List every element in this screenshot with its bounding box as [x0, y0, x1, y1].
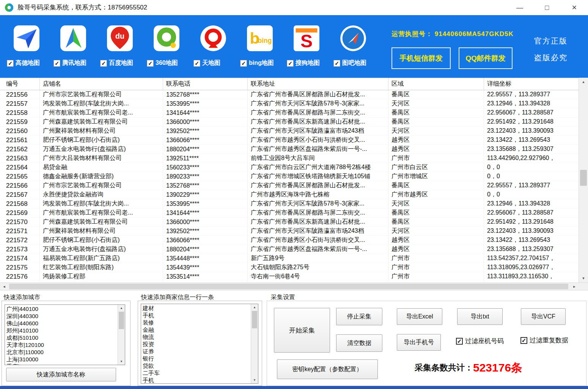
cell-name: 万通五金水电装饰行(盘福路店): [40, 145, 163, 154]
gaode-checkbox[interactable]: ✓: [7, 60, 14, 67]
sogou-checkbox[interactable]: ✓: [287, 60, 294, 67]
table-row[interactable]: 221566广州市宗艺装饰工程有限公司1352768****广东省广州市番禺区屏…: [0, 181, 579, 190]
scroll-up-arrow[interactable]: ▲: [251, 304, 258, 311]
city-list-item[interactable]: 佛山|440600: [6, 320, 116, 327]
vertical-scroll-thumb[interactable]: [580, 170, 587, 186]
map-source-baidu: du✓百度地图: [96, 25, 143, 67]
table-row[interactable]: 221575红艺装饰工程部(朝阳东路)1354439****大石镇朝阳东路275…: [0, 263, 579, 272]
business-list-item[interactable]: 建材: [143, 304, 249, 312]
table-row[interactable]: 221562万通五金水电装饰行(盘福路店)1880204****广东省广州市越秀…: [0, 145, 579, 154]
scroll-right-arrow[interactable]: ►: [570, 283, 579, 290]
city-list-item[interactable]: 郑州|410100: [6, 327, 116, 334]
sms-bulk-button[interactable]: 手机短信群发: [391, 47, 451, 69]
minimize-button[interactable]: —: [506, 0, 533, 15]
table-row[interactable]: 221571广州聚祥装饰材料有限公司1392502****广东省广州市天河区车陂…: [0, 227, 579, 236]
business-list-item[interactable]: 装修: [143, 319, 249, 326]
cell-id: 221566: [3, 181, 40, 190]
scroll-up-arrow[interactable]: ▲: [579, 78, 588, 86]
scroll-down-arrow[interactable]: ▼: [251, 377, 258, 383]
column-header-address[interactable]: 联系地址: [248, 78, 388, 90]
scroll-down-arrow[interactable]: ▼: [118, 358, 125, 365]
filter-landline-checkbox[interactable]: ✓: [456, 338, 463, 345]
table-row[interactable]: 221558广州市航宸装饰工程有限公司老...1341644****广东省广州市…: [0, 108, 579, 118]
table-row[interactable]: 221556广州市宗艺装饰工程有限公司1352768****广东省广州市番禺区屏…: [0, 90, 579, 99]
scroll-up-arrow[interactable]: ▲: [118, 305, 125, 311]
city-list-item[interactable]: 上海|310000: [6, 356, 116, 363]
close-button[interactable]: ×: [561, 0, 588, 15]
clear-data-button[interactable]: 清空数据: [336, 334, 382, 352]
export-phone-button[interactable]: 导出手机号: [397, 334, 441, 351]
export-excel-button[interactable]: 导出Excel: [397, 308, 442, 325]
stop-collect-button[interactable]: 停止采集: [336, 308, 382, 325]
cell-name: 广州森嘉建筑装饰工程有限公司: [40, 118, 163, 126]
table-row[interactable]: 221560广州聚祥装饰材料有限公司1392502****广东省广州市天河区车陂…: [0, 127, 579, 136]
cell-coords: 23.12946，113.394328: [484, 199, 579, 208]
business-list-item[interactable]: 手机: [143, 312, 249, 319]
business-list-item[interactable]: 手机: [143, 376, 249, 383]
export-txt-button[interactable]: 导出txt: [457, 308, 503, 325]
cell-id: 221560: [3, 127, 40, 135]
qq-mail-bulk-button[interactable]: QQ邮件群发: [459, 47, 513, 69]
city-list-item[interactable]: 重庆|500000: [6, 363, 116, 365]
business-list-item[interactable]: 二手车: [143, 369, 249, 376]
table-row[interactable]: 221557鸿发装饰工程部(车陂北街大岗...1353995****广东省广州市…: [0, 99, 579, 108]
tencent-checkbox[interactable]: ✓: [53, 60, 60, 67]
business-list-item[interactable]: 银行: [143, 355, 249, 362]
start-collect-button[interactable]: 开始采集: [274, 308, 330, 353]
map360-checkbox[interactable]: ✓: [147, 60, 154, 67]
business-listbox[interactable]: 建材手机装修金融物流投资证券银行贷款二手车手机 ▲ ▼: [141, 304, 258, 384]
scroll-down-arrow[interactable]: ▼: [579, 274, 588, 282]
table-row[interactable]: 221559广州森嘉建筑装饰工程有限公司1366000****广东省广州市番禺区…: [0, 118, 579, 127]
baidu-checkbox[interactable]: ✓: [100, 60, 107, 67]
table-row[interactable]: 221576鸿扬装修工程部1353514****寺右南一街6巷4号广州市113.…: [0, 272, 579, 281]
city-list-item[interactable]: 深圳|440300: [6, 312, 116, 320]
city-list-item[interactable]: 成都|510100: [6, 334, 116, 341]
horizontal-scroll-thumb[interactable]: [9, 284, 568, 289]
key-config-button[interactable]: 密钥key配置（参数配置）: [277, 359, 378, 379]
filter-duplicate-checkbox[interactable]: ✓: [520, 337, 527, 344]
table-row[interactable]: 221567永胜便捷贷款金融咨询1390229****广州市越秀区海珠中路七株榕…: [0, 190, 579, 199]
table-row[interactable]: 221563广州市大吕装饰材料有限公司1392511****前锋工业园8号大吕车…: [0, 154, 579, 163]
export-vcf-button[interactable]: 导出VCF: [521, 308, 566, 325]
table-row[interactable]: 221573万通五金水电装饰行(盘福路店)1880204****广东省广州市越秀…: [0, 245, 579, 254]
business-scroll-thumb[interactable]: [252, 311, 257, 328]
sogou-check-row: ✓搜狗地图: [287, 59, 330, 67]
column-header-coords[interactable]: 详细坐标: [484, 78, 579, 90]
business-list-item[interactable]: 投资: [143, 340, 249, 348]
column-header-name[interactable]: 店铺名: [40, 78, 163, 90]
maximize-button[interactable]: □: [533, 0, 561, 15]
settings-group-title: 采集设置: [270, 293, 296, 301]
table-row[interactable]: 221568鸿发装饰工程部(车陂北街大岗...1353995****广东省广州市…: [0, 199, 579, 209]
tuba-checkbox[interactable]: ✓: [333, 60, 340, 67]
column-header-phone[interactable]: 联系电话: [163, 78, 248, 90]
city-listbox[interactable]: 广州|440100深圳|440300佛山|440600郑州|410100成都|5…: [5, 304, 125, 365]
city-list-item[interactable]: 天津市|120100: [6, 341, 116, 348]
baidu-label: 百度地图: [109, 59, 133, 67]
city-list-item[interactable]: 广州|440100: [6, 305, 116, 312]
table-row[interactable]: 221574福易装饰工程部(新广五路店)1354448****新广五路9号广州市…: [0, 254, 579, 263]
cell-region: 广州市: [388, 154, 484, 163]
business-list-item[interactable]: 证券: [143, 348, 249, 355]
table-row[interactable]: 221570广州森嘉建筑装饰工程有限公司1366000****广东省广州市番禺区…: [0, 218, 579, 227]
scroll-left-arrow[interactable]: ◄: [0, 283, 8, 290]
business-list-item[interactable]: 贷款: [143, 362, 249, 369]
add-city-button[interactable]: 快速添加城市名称: [6, 368, 116, 381]
table-row[interactable]: 221565德鑫金融服务(新塘营业部)1890233****广东省广州市增城区铁…: [0, 172, 579, 181]
city-scroll-thumb[interactable]: [119, 312, 124, 329]
cell-id: 221563: [3, 154, 40, 163]
table-row[interactable]: 221569广州市航宸装饰工程有限公司老...1341644****广东省广州市…: [0, 209, 579, 218]
business-list-item[interactable]: 物流: [143, 333, 249, 340]
cell-name: 广州聚祥装饰材料有限公司: [40, 227, 163, 235]
cell-phone: 1392502****: [163, 227, 248, 235]
table-row[interactable]: 221572肥仔不锈钢工程部(小石街店)1366066****广东省广州市越秀区…: [0, 236, 579, 245]
business-list-item[interactable]: 金融: [143, 326, 249, 333]
tianditu-checkbox[interactable]: ✓: [193, 60, 200, 67]
cell-id: 221567: [3, 190, 40, 199]
city-list-item[interactable]: 北京市|110000: [6, 348, 116, 356]
column-header-region[interactable]: 区域: [388, 78, 484, 90]
cell-region: 天河区: [388, 227, 484, 235]
table-row[interactable]: 221561肥仔不锈钢工程部(小石街店)1366066****广东省广州市越秀区…: [0, 136, 579, 145]
bing-checkbox[interactable]: ✓: [240, 60, 247, 67]
column-header-id[interactable]: 编号: [3, 78, 40, 90]
table-row[interactable]: 221564易贷金融1560233****广东省广州市白云区广州大道南788号2…: [0, 163, 579, 172]
